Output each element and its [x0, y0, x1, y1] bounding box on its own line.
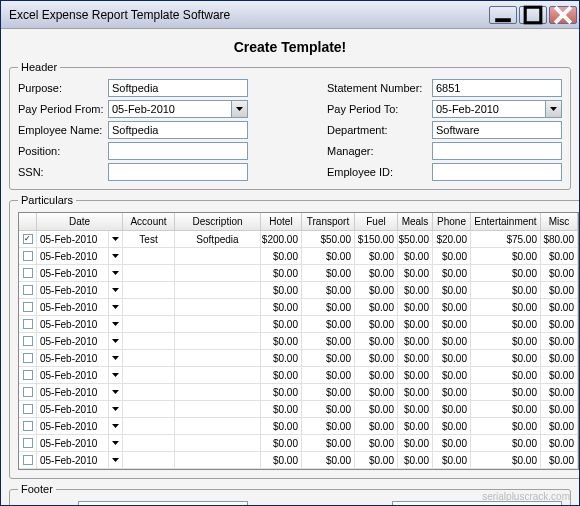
- row-entertainment[interactable]: $0.00: [471, 248, 541, 264]
- row-account[interactable]: [123, 435, 175, 451]
- row-meals[interactable]: $0.00: [398, 333, 433, 349]
- row-phone[interactable]: $20.00: [433, 231, 471, 247]
- row-fuel[interactable]: $0.00: [355, 282, 398, 298]
- position-input[interactable]: [108, 142, 248, 160]
- row-meals[interactable]: $0.00: [398, 435, 433, 451]
- row-misc[interactable]: $0.00: [541, 401, 578, 417]
- row-transport[interactable]: $0.00: [302, 299, 355, 315]
- row-meals[interactable]: $0.00: [398, 299, 433, 315]
- row-meals[interactable]: $0.00: [398, 452, 433, 468]
- row-fuel[interactable]: $0.00: [355, 452, 398, 468]
- chevron-down-icon[interactable]: [231, 100, 248, 118]
- row-fuel[interactable]: $0.00: [355, 248, 398, 264]
- row-phone[interactable]: $0.00: [433, 418, 471, 434]
- row-date[interactable]: 05-Feb-2010: [37, 418, 109, 434]
- col-hotel[interactable]: Hotel: [261, 213, 302, 230]
- row-date[interactable]: 05-Feb-2010: [37, 350, 109, 366]
- row-account[interactable]: [123, 418, 175, 434]
- row-entertainment[interactable]: $0.00: [471, 265, 541, 281]
- row-description[interactable]: [175, 435, 261, 451]
- row-checkbox[interactable]: [19, 282, 37, 298]
- row-misc[interactable]: $80.00: [541, 231, 578, 247]
- table-row[interactable]: 05-Feb-2010$0.00$0.00$0.00$0.00$0.00$0.0…: [19, 299, 578, 316]
- col-check[interactable]: [19, 213, 37, 230]
- row-misc[interactable]: $0.00: [541, 452, 578, 468]
- row-checkbox[interactable]: [19, 401, 37, 417]
- table-row[interactable]: 05-Feb-2010$0.00$0.00$0.00$0.00$0.00$0.0…: [19, 265, 578, 282]
- row-checkbox[interactable]: [19, 418, 37, 434]
- row-account[interactable]: [123, 333, 175, 349]
- row-hotel[interactable]: $0.00: [261, 401, 302, 417]
- row-hotel[interactable]: $0.00: [261, 435, 302, 451]
- row-misc[interactable]: $0.00: [541, 435, 578, 451]
- col-meals[interactable]: Meals: [398, 213, 433, 230]
- table-row[interactable]: 05-Feb-2010$0.00$0.00$0.00$0.00$0.00$0.0…: [19, 401, 578, 418]
- chevron-down-icon[interactable]: [109, 435, 123, 451]
- row-description[interactable]: [175, 333, 261, 349]
- row-phone[interactable]: $0.00: [433, 452, 471, 468]
- purpose-input[interactable]: [108, 79, 248, 97]
- row-date[interactable]: 05-Feb-2010: [37, 333, 109, 349]
- row-description[interactable]: [175, 350, 261, 366]
- row-entertainment[interactable]: $0.00: [471, 452, 541, 468]
- row-description[interactable]: [175, 248, 261, 264]
- chevron-down-icon[interactable]: [109, 367, 123, 383]
- row-hotel[interactable]: $0.00: [261, 384, 302, 400]
- row-fuel[interactable]: $0.00: [355, 435, 398, 451]
- empname-input[interactable]: [108, 121, 248, 139]
- row-phone[interactable]: $0.00: [433, 248, 471, 264]
- row-entertainment[interactable]: $0.00: [471, 316, 541, 332]
- row-meals[interactable]: $0.00: [398, 367, 433, 383]
- row-account[interactable]: [123, 316, 175, 332]
- row-date[interactable]: 05-Feb-2010: [37, 384, 109, 400]
- payto-input[interactable]: [432, 100, 545, 118]
- row-meals[interactable]: $0.00: [398, 265, 433, 281]
- close-button[interactable]: [549, 6, 577, 24]
- row-account[interactable]: [123, 350, 175, 366]
- row-transport[interactable]: $0.00: [302, 316, 355, 332]
- row-entertainment[interactable]: $0.00: [471, 299, 541, 315]
- row-phone[interactable]: $0.00: [433, 299, 471, 315]
- table-row[interactable]: 05-Feb-2010$0.00$0.00$0.00$0.00$0.00$0.0…: [19, 452, 578, 469]
- chevron-down-icon[interactable]: [109, 248, 123, 264]
- row-transport[interactable]: $0.00: [302, 418, 355, 434]
- table-row[interactable]: 05-Feb-2010$0.00$0.00$0.00$0.00$0.00$0.0…: [19, 350, 578, 367]
- row-phone[interactable]: $0.00: [433, 367, 471, 383]
- ssn-input[interactable]: [108, 163, 248, 181]
- row-account[interactable]: [123, 265, 175, 281]
- row-account[interactable]: Test: [123, 231, 175, 247]
- row-misc[interactable]: $0.00: [541, 418, 578, 434]
- row-description[interactable]: [175, 265, 261, 281]
- row-description[interactable]: [175, 282, 261, 298]
- chevron-down-icon[interactable]: [109, 452, 123, 468]
- col-fuel[interactable]: Fuel: [355, 213, 398, 230]
- payfrom-combo[interactable]: [108, 100, 248, 118]
- row-transport[interactable]: $0.00: [302, 384, 355, 400]
- row-transport[interactable]: $0.00: [302, 435, 355, 451]
- chevron-down-icon[interactable]: [545, 100, 562, 118]
- row-entertainment[interactable]: $0.00: [471, 401, 541, 417]
- row-entertainment[interactable]: $0.00: [471, 418, 541, 434]
- table-row[interactable]: 05-Feb-2010$0.00$0.00$0.00$0.00$0.00$0.0…: [19, 248, 578, 265]
- row-hotel[interactable]: $0.00: [261, 282, 302, 298]
- row-date[interactable]: 05-Feb-2010: [37, 231, 109, 247]
- table-row[interactable]: 05-Feb-2010$0.00$0.00$0.00$0.00$0.00$0.0…: [19, 435, 578, 452]
- row-description[interactable]: [175, 418, 261, 434]
- row-description[interactable]: [175, 452, 261, 468]
- row-fuel[interactable]: $0.00: [355, 367, 398, 383]
- chevron-down-icon[interactable]: [109, 282, 123, 298]
- row-misc[interactable]: $0.00: [541, 384, 578, 400]
- row-fuel[interactable]: $0.00: [355, 384, 398, 400]
- row-checkbox[interactable]: [19, 333, 37, 349]
- row-misc[interactable]: $0.00: [541, 282, 578, 298]
- row-misc[interactable]: $0.00: [541, 299, 578, 315]
- table-row[interactable]: 05-Feb-2010$0.00$0.00$0.00$0.00$0.00$0.0…: [19, 282, 578, 299]
- maximize-button[interactable]: [519, 6, 547, 24]
- row-misc[interactable]: $0.00: [541, 367, 578, 383]
- row-checkbox[interactable]: [19, 435, 37, 451]
- col-date[interactable]: Date: [37, 213, 123, 230]
- row-phone[interactable]: $0.00: [433, 282, 471, 298]
- row-checkbox[interactable]: [19, 350, 37, 366]
- chevron-down-icon[interactable]: [109, 418, 123, 434]
- row-misc[interactable]: $0.00: [541, 333, 578, 349]
